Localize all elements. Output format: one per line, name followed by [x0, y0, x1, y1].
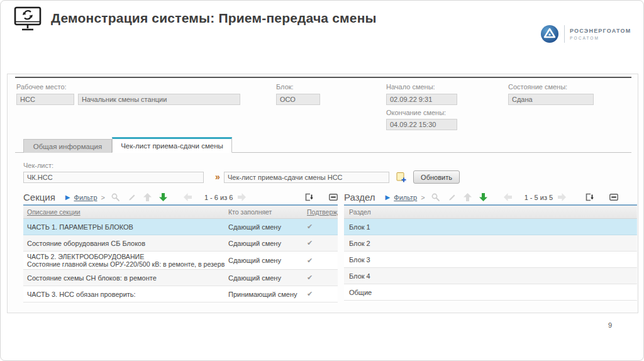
razdel-table-header: Раздел [344, 206, 637, 219]
workplace-code-field[interactable] [16, 94, 74, 105]
logo-text: РОСЭНЕРГОАТОМ РОСАТОМ [570, 28, 631, 40]
arrow-down-icon[interactable] [159, 193, 167, 201]
cell-description: ЧАСТЬ 3. НСС обязан проверить: [23, 289, 225, 299]
table-row[interactable]: ЧАСТЬ 2. ЭЛЕКТРООБОРУДОВАНИЕ Состояние г… [23, 252, 338, 270]
cell-description-line1: ЧАСТЬ 2. ЭЛЕКТРООБОРУДОВАНИЕ [27, 253, 221, 260]
slide: Демонстрация системы: Прием-передача сме… [0, 0, 644, 361]
cell-description-line2: Состояние главной схемы ОРУ-220/500 кВ: … [27, 260, 221, 268]
col-who: Кто заполняет [225, 208, 303, 216]
block-label: Блок: [276, 83, 294, 91]
play-icon: ▶ [65, 194, 70, 201]
col-confirmed[interactable]: Подтверждено [303, 208, 338, 216]
chevron-right-icon: > [101, 194, 105, 201]
check-icon: ✔ [303, 289, 338, 299]
arrow-up-icon[interactable] [143, 193, 152, 201]
rosatom-logo-icon [540, 25, 559, 43]
rosenergoatom-logo: РОСЭНЕРГОАТОМ РОСАТОМ [540, 25, 631, 43]
table-row[interactable]: ЧАСТЬ 1. ПАРАМЕТРЫ БЛОКОВ Сдающий смену … [23, 219, 338, 235]
section-toolbar: Секция ▶ Фильтр > 1 - 6 [23, 190, 338, 206]
filter-link[interactable]: Фильтр [74, 194, 97, 201]
list-item[interactable]: Блок 4 [344, 268, 637, 284]
export-icon[interactable] [585, 193, 594, 201]
razdel-toolbar: Раздел ▶ Фильтр > 1 - 5 [344, 190, 637, 206]
tab-checklist[interactable]: Чек-лист приема-сдачи смены [112, 137, 232, 153]
chevron-right-icon: > [421, 194, 425, 201]
page-prev-icon[interactable] [184, 193, 192, 201]
search-icon[interactable] [111, 193, 120, 202]
razdel-panel: Раздел ▶ Фильтр > 1 - 5 [344, 190, 637, 301]
workplace-name-field[interactable] [78, 94, 240, 105]
list-item[interactable]: Общие [344, 284, 637, 301]
shift-end-field[interactable] [386, 119, 457, 130]
logo-line1: РОСЭНЕРГОАТОМ [570, 28, 631, 34]
monitor-sync-icon [13, 6, 42, 33]
top-divider [15, 77, 631, 78]
page-next-icon[interactable] [238, 193, 246, 201]
logo-line2: РОСАТОМ [570, 36, 631, 40]
check-icon: ✔ [303, 221, 338, 232]
table-row[interactable]: ЧАСТЬ 3. НСС обязан проверить: Принимающ… [23, 286, 338, 303]
play-icon: ▶ [386, 194, 391, 201]
section-table-header: Описание секции Кто заполняет Подтвержде… [23, 206, 338, 219]
cell-who: Сдающий смену [225, 238, 303, 248]
page-title: Демонстрация системы: Прием-передача сме… [51, 11, 377, 26]
list-item[interactable]: Блок 1 [344, 219, 637, 235]
arrow-down-icon[interactable] [479, 193, 487, 201]
cell-who: Принимающий смену [225, 289, 303, 299]
section-panel: Секция ▶ Фильтр > 1 - 6 [23, 190, 338, 303]
minimize-panel-icon[interactable] [329, 194, 338, 201]
export-icon[interactable] [304, 193, 314, 201]
shift-end-label: Окончание смены: [386, 109, 446, 116]
shift-state-label: Состояние смены: [508, 83, 567, 91]
table-row[interactable]: Состояние оборудования СБ Блоков Сдающий… [23, 235, 338, 252]
slide-page-number: 9 [608, 321, 612, 329]
checklist-label: Чек-лист: [23, 162, 53, 169]
cell-description: Состояние оборудования СБ Блоков [23, 238, 225, 248]
list-item[interactable]: Блок 3 [344, 252, 637, 268]
list-item[interactable]: Блок 2 [344, 235, 637, 252]
checklist-code-input[interactable] [23, 172, 204, 183]
filter-link[interactable]: Фильтр [394, 194, 417, 201]
cell-who: Сдающий смену [225, 222, 303, 232]
page-prev-icon[interactable] [504, 193, 512, 201]
col-razdel: Раздел [344, 208, 375, 216]
block-field[interactable] [276, 94, 320, 105]
edit-pencil-icon[interactable] [448, 193, 456, 201]
check-icon: ✔ [303, 255, 338, 266]
double-chevron-icon: » [215, 172, 220, 182]
table-row[interactable]: Состояние схемы СН блоков: в ремонте Сда… [23, 270, 338, 286]
section-title: Секция [23, 192, 55, 203]
shift-start-label: Начало смены: [386, 83, 435, 91]
checklist-name-input[interactable] [224, 172, 389, 183]
razdel-pagination: 1 - 5 из 5 [525, 194, 553, 201]
logo-divider [564, 25, 565, 43]
tab-general-info[interactable]: Общая информация [23, 139, 112, 153]
edit-pencil-icon[interactable] [128, 193, 136, 201]
cell-who: Сдающий смену [225, 255, 303, 265]
shift-start-field[interactable] [386, 94, 457, 105]
cell-who: Сдающий смену [225, 273, 303, 283]
cell-description: Состояние схемы СН блоков: в ремонте [23, 273, 225, 283]
minimize-panel-icon[interactable] [609, 194, 618, 201]
app-window: Рабочее место: Блок: Начало смены: Оконч… [7, 74, 638, 313]
check-icon: ✔ [303, 272, 338, 283]
arrow-up-icon[interactable] [464, 193, 472, 201]
search-icon[interactable] [431, 193, 440, 202]
section-pagination: 1 - 6 из 6 [204, 194, 233, 201]
check-icon: ✔ [303, 238, 338, 248]
razdel-title: Раздел [344, 192, 375, 203]
col-description[interactable]: Описание секции [23, 208, 225, 216]
workplace-label: Рабочее место: [16, 83, 67, 91]
refresh-button[interactable]: Обновить [413, 170, 460, 184]
page-next-icon[interactable] [558, 193, 566, 201]
cell-description: ЧАСТЬ 2. ЭЛЕКТРООБОРУДОВАНИЕ Состояние г… [23, 252, 225, 269]
add-note-icon[interactable] [396, 171, 407, 182]
cell-description: ЧАСТЬ 1. ПАРАМЕТРЫ БЛОКОВ [23, 222, 225, 232]
shift-state-field[interactable] [508, 94, 594, 105]
